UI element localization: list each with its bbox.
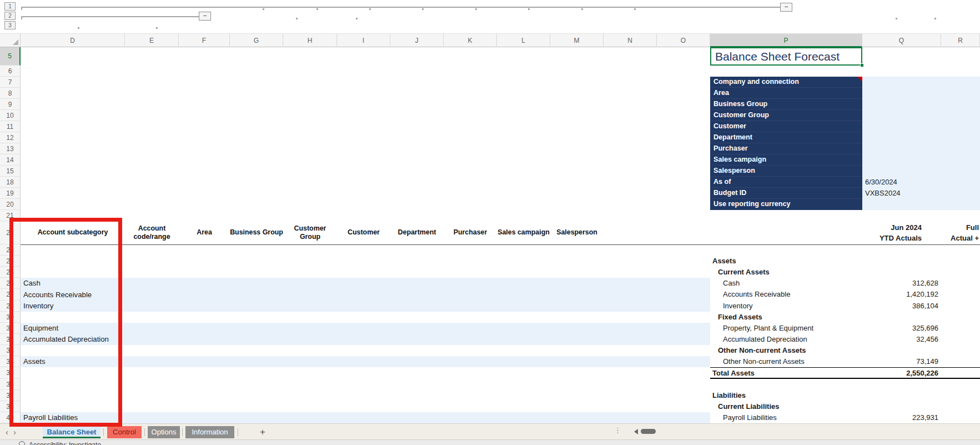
outline-level-1-button[interactable]: 1 [4,2,16,11]
row-header[interactable]: 20 [0,199,21,210]
sheet-tab-control[interactable]: Control [107,426,142,438]
outline-dot [475,8,477,10]
filter-row-company[interactable]: Company and connection [710,77,862,88]
row-header[interactable]: 6 [0,66,21,77]
outline-dot [369,8,371,10]
report-value-inventory: 386,104 [833,301,938,312]
filter-row-sales-campaign[interactable]: Sales campaign [710,154,862,166]
tab-separator [182,428,183,436]
report-line-other-noncurrent-header: Other Non-current Assets [718,345,806,356]
tab-strip-resize-handle[interactable]: ⋮ [614,426,621,434]
row-header[interactable]: 18 [0,177,21,188]
filter-row-budget-id[interactable]: Budget ID [710,188,862,199]
period-header-type: YTD Actuals [844,233,922,243]
collapse-group-button-level2[interactable]: − [199,12,211,21]
group-bracket-level1 [21,7,780,8]
tab-scroll-right-icon[interactable]: › [13,427,16,437]
report-value-total-assets: 2,550,226 [833,368,938,379]
column-header-g[interactable]: G [230,33,283,47]
excel-window: 1 2 3 − − D E F G H I J K L M N O P Q R … [0,0,980,445]
filter-row-customer[interactable]: Customer [710,121,862,132]
row-header[interactable]: 14 [0,154,21,166]
column-header-d[interactable]: D [21,33,125,47]
budget-id-value-cell[interactable]: VXBS2024 [865,188,901,199]
column-header-e[interactable]: E [125,33,179,47]
next-period-header-line2: Actual + [944,233,979,243]
add-sheet-button[interactable]: + [260,427,265,438]
filter-row-department[interactable]: Department [710,132,862,143]
row-header-5-selected[interactable]: 5 [0,47,21,66]
filter-row-reporting-currency[interactable]: Use reporting currency [710,199,862,210]
column-header-k[interactable]: K [444,33,497,47]
as-of-value-cell[interactable]: 6/30/2024 [865,177,897,188]
column-header-h[interactable]: H [283,33,337,47]
collapse-group-button-level1[interactable]: − [780,3,792,12]
report-line-inventory: Inventory [723,301,752,312]
table-header-purchaser: Purchaser [444,221,497,244]
column-header-m[interactable]: M [550,33,604,47]
column-header-l[interactable]: L [497,33,550,47]
column-header-j[interactable]: J [390,33,444,47]
report-value-cash: 312,628 [833,278,938,289]
column-header-q[interactable]: Q [862,33,941,47]
sheet-tab-strip [0,423,980,439]
row-header[interactable]: 8 [0,88,21,99]
row-header[interactable]: 15 [0,166,21,177]
row-header[interactable]: 12 [0,132,21,143]
total-assets-top-border [710,367,980,368]
horizontal-scrollbar-thumb[interactable] [641,429,656,434]
fill-handle[interactable] [860,63,864,67]
filter-row-purchaser[interactable]: Purchaser [710,143,862,154]
row-header[interactable]: 13 [0,143,21,154]
table-header-customer: Customer [337,221,390,244]
banded-row [21,323,710,334]
banded-row [21,412,710,423]
row-header[interactable]: 10 [0,110,21,121]
outline-level-2-button[interactable]: 2 [4,12,16,20]
outline-dot [296,18,298,19]
select-all-corner[interactable] [0,33,21,47]
column-header-o[interactable]: O [657,33,710,47]
banded-row [21,356,710,367]
sheet-tab-balance-sheet-active[interactable]: Balance Sheet [43,426,100,438]
filter-row-business-group[interactable]: Business Group [710,99,862,110]
column-header-n[interactable]: N [604,33,657,47]
filter-row-area[interactable]: Area [710,88,862,99]
accessibility-icon [19,441,25,445]
report-value-ppe: 325,696 [833,323,938,334]
filter-row-customer-group[interactable]: Customer Group [710,110,862,121]
report-line-assets: Assets [712,256,736,267]
outline-dot [528,8,530,10]
period-header-month: Jun 2024 [844,222,922,233]
column-header-i[interactable]: I [337,33,390,47]
period-column-header: Jun 2024 YTD Actuals [844,222,922,243]
tab-scroll-left-icon[interactable]: ‹ [6,427,8,437]
column-header-f[interactable]: F [179,33,230,47]
title-cell-selected[interactable]: Balance Sheet Forecast [710,47,862,66]
row-header[interactable]: 11 [0,121,21,132]
sheet-tab-options[interactable]: Options [148,426,180,438]
table-header-area: Area [179,221,230,244]
select-all-triangle-icon [13,39,18,45]
accessibility-status-text[interactable]: Accessibility: Investigate [29,441,101,445]
row-header[interactable]: 7 [0,77,21,88]
report-line-total-assets: Total Assets [712,368,755,379]
scroll-left-arrow-icon[interactable] [634,429,638,434]
tab-separator [238,428,238,436]
row-header[interactable]: 19 [0,188,21,199]
table-header-customer-group: Customer Group [283,221,337,244]
filter-row-as-of[interactable]: As of [710,177,862,188]
sheet-tab-information[interactable]: Information [185,426,234,438]
filter-row-salesperson[interactable]: Salesperson [710,166,862,177]
column-header-p-selected[interactable]: P [710,33,862,47]
outline-level-3-button[interactable]: 3 [4,21,16,29]
outline-dot [634,8,636,10]
status-bar: Accessibility: Investigate [0,439,980,445]
row-header[interactable]: 9 [0,99,21,110]
outline-dot [263,8,264,10]
banded-row [21,289,710,301]
annotation-rectangle [9,218,122,427]
banded-row [21,301,710,312]
column-header-r[interactable]: R [941,33,980,47]
report-line-accounts-receivable: Accounts Receivable [723,289,790,300]
